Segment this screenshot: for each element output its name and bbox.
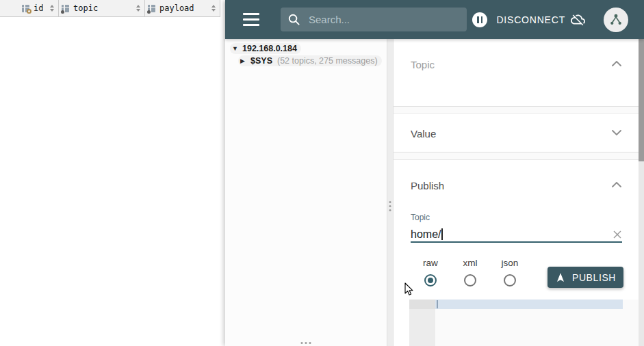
- search-input[interactable]: [309, 14, 446, 25]
- format-option-json[interactable]: json: [496, 258, 524, 287]
- vertical-scrollbar[interactable]: [639, 39, 644, 346]
- expander-icon[interactable]: ▼: [232, 45, 239, 52]
- format-option-xml[interactable]: xml: [456, 258, 484, 287]
- disconnect-button[interactable]: DISCONNECT: [496, 12, 585, 27]
- format-label: raw: [423, 258, 438, 268]
- format-option-raw[interactable]: raw: [417, 258, 444, 287]
- radio-button-xml[interactable]: [464, 274, 476, 287]
- column-label: id: [34, 3, 43, 13]
- menu-icon[interactable]: [243, 13, 259, 26]
- section-title: Topic: [411, 59, 435, 70]
- chevron-down-icon[interactable]: [612, 130, 621, 135]
- panel-resize-divider[interactable]: [387, 39, 394, 346]
- search-box[interactable]: [281, 8, 467, 31]
- search-icon: [287, 13, 300, 26]
- section-title: Publish: [411, 180, 444, 191]
- sort-icon[interactable]: [50, 5, 54, 12]
- avatar[interactable]: [604, 8, 628, 32]
- format-label: xml: [463, 258, 478, 268]
- database-table-panel: id topic payload: [0, 0, 225, 346]
- publish-topic-value: home/: [411, 228, 441, 240]
- row-number-gutter: [0, 0, 19, 16]
- publish-topic-label: Topic: [411, 213, 430, 222]
- tree-resize-icon[interactable]: [301, 342, 311, 344]
- section-value[interactable]: Value: [394, 113, 639, 152]
- primary-key-column-icon: [22, 4, 31, 13]
- topic-tree-panel: ▼ 192.168.0.184 ▶ $SYS (52 topics, 275 m…: [225, 39, 387, 346]
- section-title: Value: [411, 128, 436, 139]
- publish-button-label: PUBLISH: [572, 272, 616, 283]
- tree-node-meta: (52 topics, 275 messages): [277, 56, 378, 66]
- app-bar: DISCONNECT: [225, 0, 644, 39]
- column-header-id[interactable]: id: [19, 0, 59, 16]
- editor-gutter: [409, 300, 435, 346]
- screen: id topic payload: [0, 0, 644, 346]
- column-header-topic[interactable]: topic: [59, 0, 145, 16]
- column-label: payload: [159, 3, 194, 13]
- column-label: topic: [73, 3, 98, 13]
- table-header-row: id topic payload: [0, 0, 220, 17]
- cloud-off-icon: [571, 12, 585, 27]
- mqtt-body: ▼ 192.168.0.184 ▶ $SYS (52 topics, 275 m…: [225, 39, 644, 346]
- text-caret: [441, 228, 442, 240]
- input-focus-underline: [411, 241, 622, 243]
- tree-node-host[interactable]: ▼ 192.168.0.184: [230, 43, 301, 54]
- chevron-up-icon[interactable]: [612, 182, 621, 187]
- column-header-payload[interactable]: payload: [145, 0, 220, 16]
- pause-icon[interactable]: [472, 12, 487, 27]
- editor-active-line: [435, 300, 623, 309]
- publish-button[interactable]: PUBLISH: [548, 267, 623, 288]
- radio-button-json[interactable]: [504, 274, 516, 287]
- expander-icon[interactable]: ▶: [240, 57, 247, 64]
- clear-icon[interactable]: [613, 230, 622, 239]
- editor-caret: [437, 300, 438, 308]
- mqtt-explorer-window: DISCONNECT: [225, 0, 644, 346]
- table-column-icon: [62, 4, 70, 13]
- tree-node-sys[interactable]: ▶ $SYS (52 topics, 275 messages): [238, 55, 382, 66]
- avatar-network-icon: [608, 12, 623, 27]
- radio-button-raw[interactable]: [424, 274, 437, 287]
- tree-node-label: 192.168.0.184: [242, 44, 297, 53]
- disconnect-label: DISCONNECT: [496, 14, 565, 25]
- scrollbar-thumb[interactable]: [639, 39, 644, 161]
- format-label: json: [502, 258, 519, 268]
- send-icon: [555, 272, 566, 283]
- section-publish: Publish Topic home/ raw: [394, 159, 639, 346]
- sort-icon[interactable]: [211, 5, 216, 12]
- editor-content[interactable]: [435, 300, 639, 346]
- payload-editor[interactable]: [409, 300, 639, 346]
- sort-icon[interactable]: [136, 5, 140, 12]
- table-column-icon: [148, 4, 157, 13]
- divider-drag-icon[interactable]: [389, 201, 391, 211]
- tree-node-label: $SYS: [250, 56, 272, 66]
- detail-panel: Topic Value Publish Topic: [394, 39, 639, 346]
- section-topic[interactable]: Topic: [394, 39, 639, 107]
- chevron-up-icon[interactable]: [612, 61, 621, 66]
- app-bar-actions: DISCONNECT: [472, 8, 628, 32]
